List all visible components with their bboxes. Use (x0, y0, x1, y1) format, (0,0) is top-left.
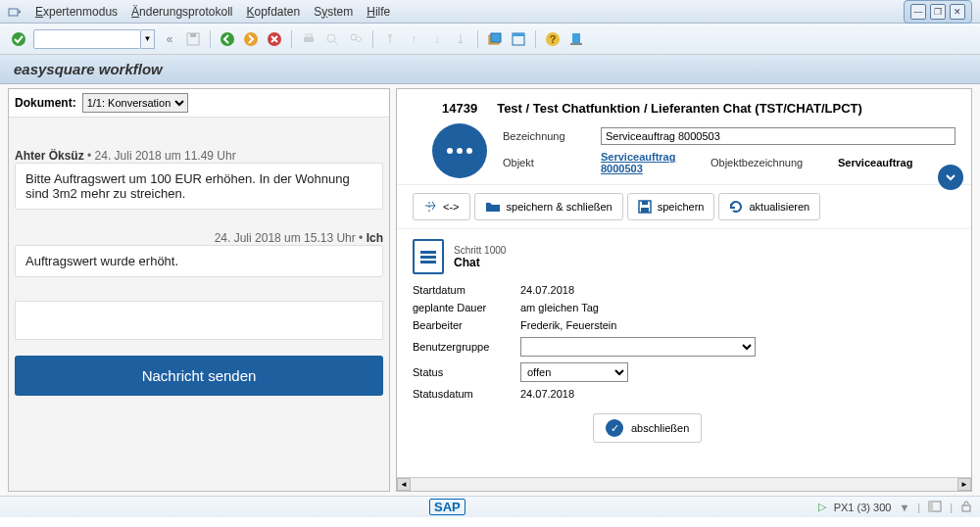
conclude-row: ✓ abschließen (397, 400, 971, 453)
benutzergruppe-select[interactable] (520, 337, 756, 357)
menu-hilfe[interactable]: Hilfe (367, 5, 390, 19)
refresh-button[interactable]: aktualisieren (718, 193, 820, 220)
svg-rect-17 (572, 33, 580, 43)
nav-cancel-icon[interactable] (266, 30, 283, 48)
message-text: Bitte Auftragswert um 100 EUR erhöhen. I… (15, 163, 383, 210)
status-select[interactable]: offen (520, 362, 628, 382)
document-select[interactable]: 1/1: Konversation (82, 93, 188, 113)
save-button[interactable]: speichern (627, 193, 715, 220)
workitem-title: Test / Test Chatfunktion / Lieferanten C… (497, 101, 862, 116)
status-play-icon[interactable]: ▷ (818, 501, 826, 513)
window-minimize-button[interactable]: — (910, 4, 926, 20)
menu-kopfdaten[interactable]: Kopfdaten (246, 5, 300, 19)
expand-icon (423, 200, 437, 214)
menu-aenderungsprotokoll[interactable]: Änderungsprotokoll (131, 5, 232, 19)
toolbar: ▼ « ⤒ ↑ ↓ ⤓ ? (0, 24, 980, 55)
status-dropdown-icon[interactable]: ▼ (899, 502, 909, 513)
status-bar: SAP ▷ PX1 (3) 300 ▼ | | (0, 496, 980, 517)
value-statusdatum: 24.07.2018 (520, 388, 956, 400)
next-page-icon[interactable]: ↓ (428, 30, 446, 48)
label-status: Status (413, 366, 511, 378)
accept-icon[interactable] (10, 30, 27, 48)
svg-point-9 (327, 34, 335, 42)
value-bearbeiter: Frederik, Feuerstein (520, 319, 956, 331)
window-controls: — ❐ ✕ (904, 0, 972, 24)
svg-rect-18 (570, 43, 582, 45)
save-close-button[interactable]: speichern & schließen (474, 193, 623, 220)
menu-expertenmodus[interactable]: Expertenmodus (35, 5, 118, 19)
svg-point-5 (244, 32, 258, 46)
help-icon[interactable]: ? (544, 30, 562, 48)
nav-back-icon[interactable] (219, 30, 236, 48)
message-text: Auftragswert wurde erhöht. (15, 245, 383, 277)
label-statusdatum: Statusdatum (413, 388, 511, 400)
scroll-right-button[interactable]: ► (957, 478, 971, 491)
command-dropdown[interactable]: ▼ (141, 29, 155, 49)
sap-logo: SAP (429, 499, 466, 515)
refresh-icon (729, 200, 743, 214)
workitem-avatar-icon (432, 123, 487, 178)
objekt-link[interactable]: Serviceauftrag 8000503 (601, 151, 701, 174)
label-objektbezeichnung: Objektbezeichnung (710, 157, 828, 168)
step-section: Schritt 1000 Chat (397, 229, 971, 284)
message-time: 24. Juli 2018 um 11.49 Uhr (95, 149, 236, 163)
message-input[interactable] (15, 301, 383, 340)
window-close-button[interactable]: ✕ (950, 4, 965, 20)
menu-open-icon[interactable] (8, 5, 22, 19)
message-self-label: Ich (367, 231, 383, 245)
svg-point-1 (12, 32, 25, 46)
chat-message: 24. Juli 2018 um 15.13 Uhr • Ich Auftrag… (15, 231, 383, 277)
status-lock-icon[interactable] (960, 501, 972, 514)
message-sender: Ahter Öksüz (15, 149, 84, 163)
conclude-button[interactable]: ✓ abschließen (593, 413, 702, 443)
status-system: PX1 (3) 300 (834, 502, 892, 513)
print-icon[interactable] (300, 30, 318, 48)
find-next-icon[interactable] (347, 30, 365, 48)
svg-rect-23 (929, 502, 933, 511)
label-startdatum: Startdatum (413, 284, 511, 296)
new-session-icon[interactable] (486, 30, 504, 48)
svg-point-4 (220, 32, 234, 46)
back-double-icon[interactable]: « (161, 30, 178, 48)
document-header: Dokument: 1/1: Konversation (9, 89, 389, 118)
status-layout-icon[interactable] (928, 501, 942, 514)
send-message-button[interactable]: Nachricht senden (15, 356, 383, 396)
bezeichnung-field[interactable] (601, 127, 956, 145)
layout-icon[interactable] (510, 30, 527, 48)
svg-rect-0 (9, 9, 18, 16)
action-bar: <-> speichern & schließen speichern aktu… (397, 184, 971, 229)
main-content: Dokument: 1/1: Konversation Ahter Öksüz … (0, 84, 980, 496)
settings-icon[interactable] (567, 30, 585, 48)
title-bar: easysquare workflow (0, 55, 980, 84)
command-field[interactable] (33, 29, 141, 49)
svg-rect-3 (190, 33, 196, 37)
save-icon[interactable] (184, 30, 202, 48)
first-page-icon[interactable]: ⤒ (381, 30, 399, 48)
last-page-icon[interactable]: ⤓ (452, 30, 469, 48)
label-benutzergruppe: Benutzergruppe (413, 341, 511, 353)
menu-system[interactable]: System (314, 5, 353, 19)
workitem-id: 14739 (442, 101, 477, 116)
chat-panel: Dokument: 1/1: Konversation Ahter Öksüz … (8, 88, 390, 492)
document-icon (413, 239, 444, 274)
workitem-header: 14739 Test / Test Chatfunktion / Liefera… (397, 89, 971, 116)
svg-rect-20 (642, 201, 648, 205)
prev-page-icon[interactable]: ↑ (405, 30, 422, 48)
nav-exit-icon[interactable] (242, 30, 260, 48)
svg-rect-24 (962, 505, 970, 511)
label-dauer: geplante Dauer (413, 302, 511, 313)
svg-rect-8 (306, 34, 312, 37)
scroll-left-button[interactable]: ◄ (397, 478, 411, 491)
window-maximize-button[interactable]: ❐ (930, 4, 946, 20)
expand-info-button[interactable] (938, 165, 963, 190)
svg-rect-12 (491, 33, 501, 42)
find-icon[interactable] (323, 30, 341, 48)
expand-collapse-button[interactable]: <-> (413, 193, 470, 220)
folder-icon (485, 200, 501, 214)
svg-text:?: ? (550, 33, 557, 45)
svg-rect-7 (304, 37, 314, 42)
label-objekt: Objekt (503, 157, 591, 168)
svg-rect-21 (641, 208, 649, 213)
horizontal-scrollbar[interactable]: ◄ ► (397, 477, 971, 491)
message-time: 24. Juli 2018 um 15.13 Uhr (215, 231, 356, 245)
